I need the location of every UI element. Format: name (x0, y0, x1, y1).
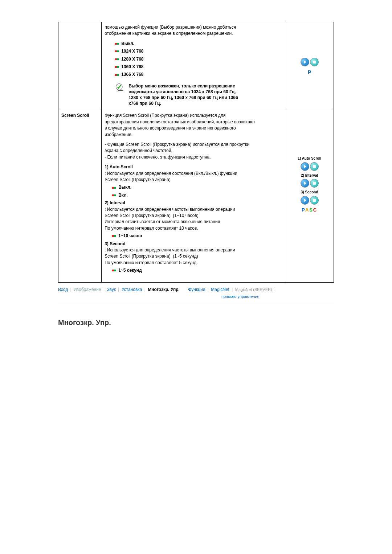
resolution-intro-line2: отображения картинки на экране в определ… (105, 30, 282, 37)
opt-1280-label: 1280 X 768 (121, 56, 143, 62)
second-buttons (288, 196, 331, 205)
note-box: Выбор меню возможен, только если разреше… (115, 83, 282, 107)
autoscroll-l2: Screen Scroll (Прокрутка экрана). (105, 177, 282, 183)
tab-direct[interactable]: Функции (188, 287, 205, 292)
tab-setup[interactable]: Установка (122, 287, 142, 292)
play-icon[interactable] (301, 162, 309, 171)
bullet-icon (115, 66, 119, 68)
autoscroll-buttons (288, 162, 331, 171)
separator: | (232, 287, 233, 292)
row-resolution: помощью данной функции (Выбор разрешения… (58, 22, 334, 110)
separator: | (274, 287, 275, 292)
bullet-icon (112, 194, 116, 196)
separator: | (144, 287, 146, 292)
play-icon[interactable] (301, 196, 309, 205)
section-title: Многозкр. Упр. (58, 319, 334, 327)
row-screen-scroll-desc: Функция Screen Scroll (Прокрутка экрана)… (102, 110, 285, 283)
opt-1024: 1024 X 768 (115, 48, 282, 54)
side-autoscroll-label: 1) Auto Scroll (288, 156, 331, 161)
autoscroll-opt-on: Вкл. (112, 192, 282, 198)
note-l4: x768 при 60 Гц. (128, 100, 238, 106)
interval-opt-label: 1~10 часов (118, 233, 142, 239)
second-opt: 1~5 секунд (112, 267, 282, 274)
note-l3: 1280 x 768 при 60 Гц, 1360 x 768 при 60 … (128, 95, 238, 100)
opt-off-label: Выкл. (121, 41, 134, 47)
separator: | (70, 287, 72, 292)
interval-l1: : Используется для определения частоты в… (105, 206, 282, 213)
interval-head: 2) Interval (105, 200, 282, 206)
side-interval-label: 2) Interval (288, 173, 331, 178)
second-l2: Screen Scroll (Прокрутка экрана). (1~5 с… (105, 253, 282, 259)
row-resolution-label (58, 22, 102, 110)
row-resolution-side: P (285, 22, 334, 110)
stop-icon[interactable] (310, 179, 319, 188)
row-screen-scroll-side: 1) Auto Scroll 2) Interval 3) Second PAS… (285, 110, 334, 283)
opt-1280: 1280 X 768 (115, 56, 282, 62)
bullet-icon (112, 235, 116, 237)
interval-l3: Интервал отсчитывается от момента включе… (105, 219, 282, 225)
interval-buttons (288, 179, 331, 188)
mode-p-label: P (288, 69, 331, 76)
bullet-icon (112, 270, 116, 271)
row-screen-scroll: Screen Scroll Функция Screen Scroll (Про… (58, 110, 334, 283)
bullet-icon (115, 74, 119, 76)
bottom-tabs: Вход | Изображение | Звук | Установка | … (58, 287, 334, 292)
bullet-icon (115, 43, 119, 45)
ss-p2-l3: - Если питание отключено, эта функция не… (105, 154, 282, 160)
row-resolution-desc: помощью данной функции (Выбор разрешения… (102, 22, 285, 110)
opt-off: Выкл. (115, 41, 282, 47)
interval-l4: По умолчанию интервал составляет 10 часо… (105, 225, 282, 231)
settings-table: помощью данной функции (Выбор разрешения… (58, 22, 334, 283)
opt-1366: 1366 X 768 (115, 71, 282, 78)
ss-p1-l1: Функция Screen Scroll (Прокрутка экрана)… (105, 112, 282, 119)
divider (58, 304, 334, 304)
checkmark-note-icon (115, 83, 125, 93)
autoscroll-head: 1) Auto Scroll (105, 164, 282, 170)
tab-direct-sub: прямого управления (221, 294, 334, 299)
bullet-icon (115, 58, 119, 60)
tab-picture[interactable]: Изображение (74, 287, 101, 292)
second-l3: По умолчанию интервал составляет 5 секун… (105, 260, 282, 266)
resolution-intro-line1: помощью данной функции (Выбор разрешения… (105, 24, 282, 30)
tab-input[interactable]: Вход (58, 287, 68, 292)
opt-1360: 1360 X 768 (115, 64, 282, 70)
ss-p1-l2: предотвращения появления остаточных изоб… (105, 119, 282, 125)
tab-magicnet[interactable]: MagicNet (211, 287, 229, 292)
play-stop-buttons (288, 58, 331, 66)
second-opt-label: 1~5 секунд (118, 267, 142, 274)
bullet-icon (115, 50, 119, 52)
autoscroll-opt-off: Выкл. (112, 184, 282, 190)
note-text: Выбор меню возможен, только если разреше… (128, 83, 238, 107)
bullet-icon (112, 187, 116, 189)
opt-1360-label: 1360 X 768 (121, 64, 143, 70)
interval-l2: Screen Scroll (Прокрутка экрана). (1~10 … (105, 213, 282, 219)
ss-p2-l2: экрана с определенной частотой. (105, 148, 282, 154)
stop-icon[interactable] (310, 162, 319, 171)
tab-magicnet-server[interactable]: MagicNet (SERVER) (235, 287, 272, 292)
opt-1366-label: 1366 X 768 (121, 71, 143, 78)
note-l2: видеокарты установлено на 1024 x 768 при… (128, 89, 238, 95)
autoscroll-opt-on-label: Вкл. (118, 192, 128, 198)
autoscroll-l1: : Используется для определения состояния… (105, 171, 282, 177)
note-l1: Выбор меню возможен, только если разреше… (128, 83, 238, 89)
play-icon[interactable] (301, 179, 309, 188)
interval-opt: 1~10 часов (112, 233, 282, 239)
separator: | (118, 287, 119, 292)
tab-multi[interactable]: Многозкр. Упр. (148, 287, 179, 292)
tab-sound[interactable]: Звук (107, 287, 116, 292)
separator: | (208, 287, 209, 292)
row-screen-scroll-label: Screen Scroll (58, 110, 102, 283)
ss-p2-l1: - Функция Screen Scroll (Прокрутка экран… (105, 141, 282, 148)
stop-icon[interactable] (310, 58, 319, 66)
second-l1: : Используется для определения частоты в… (105, 247, 282, 253)
play-icon[interactable] (301, 58, 309, 66)
stop-icon[interactable] (310, 196, 319, 205)
ss-p1-l4: изображения. (105, 132, 282, 138)
mode-pasc: PASC (288, 207, 331, 214)
second-head: 3) Second (105, 241, 282, 247)
ss-p1-l3: в случае длительного воспроизведения на … (105, 125, 282, 131)
side-second-label: 3) Second (288, 190, 331, 195)
separator: | (103, 287, 105, 292)
opt-1024-label: 1024 X 768 (121, 48, 143, 54)
resolution-options: Выкл. 1024 X 768 1280 X 768 1360 X 768 1… (115, 41, 282, 78)
